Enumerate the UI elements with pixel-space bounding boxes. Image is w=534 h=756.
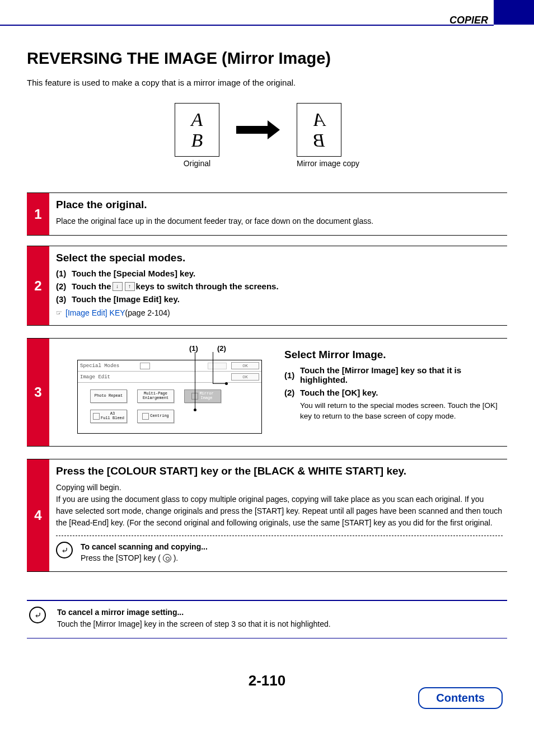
- step2-item-2: (2) Touch the ↓ ↑ keys to switch through…: [56, 281, 503, 291]
- step2-item-1: (1) Touch the [Special Modes] key.: [56, 269, 503, 278]
- multipage-button[interactable]: Multi-Page Enlargement: [137, 389, 174, 403]
- panel-special-modes: Special Modes: [80, 363, 138, 369]
- centring-button[interactable]: Centring: [137, 410, 174, 423]
- intro-text: This feature is used to make a copy that…: [27, 78, 507, 87]
- step3-item-2: (2) Touch the [OK] key.: [284, 388, 503, 397]
- cancel-scan-info: ⤶ To cancel scanning and copying... Pres…: [56, 542, 503, 564]
- mirror-image-button[interactable]: Mirror Image: [184, 389, 221, 403]
- cancel-info-icon: ⤶: [29, 607, 46, 623]
- book-icon: [140, 363, 150, 369]
- step-2-heading: Select the special modes.: [56, 252, 503, 264]
- panel-image-edit: Image Edit: [80, 374, 229, 380]
- step3-item-2-desc: You will return to the special modes scr…: [300, 401, 503, 422]
- original-label: Original: [175, 159, 219, 168]
- step-3: 3 (1) (2) Special Modes: [27, 339, 507, 446]
- letter-a-mirror: A: [313, 109, 325, 130]
- stop-info-icon: ⤶: [56, 542, 73, 558]
- cancel-scan-text2: ).: [174, 553, 179, 562]
- reference-icon: ☞: [56, 309, 62, 317]
- step2-item-3: (3) Touch the [Image Edit] key.: [56, 294, 503, 304]
- step-1-text: Place the original face up in the docume…: [56, 215, 503, 227]
- step-4: 4 Press the [COLOUR START] key or the [B…: [27, 459, 507, 571]
- panel-spacer: [208, 363, 227, 369]
- a3-fullbleed-button[interactable]: A3 Full Bleed: [90, 410, 127, 423]
- page-title: REVERSING THE IMAGE (Mirror Image): [27, 49, 507, 68]
- cancel-scan-title: To cancel scanning and copying...: [81, 542, 208, 551]
- step4-p2: If you are using the document glass to c…: [56, 494, 503, 529]
- ok-button-inner[interactable]: OK: [231, 373, 259, 381]
- step-3-heading: Select Mirror Image.: [284, 349, 503, 361]
- arrow-up-icon: ↑: [125, 282, 135, 291]
- letter-b: B: [191, 130, 203, 151]
- bleed-icon: [93, 413, 100, 420]
- step-2-number: 2: [27, 246, 49, 325]
- mirror-illustration: A B Original A B Mirror image copy: [27, 103, 507, 168]
- cancel-setting-box: ⤶ To cancel a mirror image setting... To…: [27, 600, 507, 638]
- callout-1: (1): [189, 344, 198, 353]
- image-edit-link[interactable]: [Image Edit] KEY: [65, 308, 125, 317]
- step-4-number: 4: [27, 459, 49, 571]
- arrow-icon: [236, 103, 280, 157]
- callout-2: (2): [217, 344, 226, 353]
- photo-repeat-button[interactable]: Photo Repeat: [90, 389, 127, 403]
- step-4-heading: Press the [COLOUR START] key or the [BLA…: [56, 465, 503, 477]
- contents-button[interactable]: Contents: [418, 687, 503, 709]
- arrow-down-icon: ↓: [113, 282, 123, 291]
- header-color-block: [494, 0, 534, 25]
- header-underline: [0, 25, 494, 26]
- step-2: 2 Select the special modes. (1) Touch th…: [27, 246, 507, 325]
- cancel-scan-text: Press the [STOP] key (: [81, 553, 161, 562]
- touch-panel-illustration: (1) (2) Special Modes OK: [77, 349, 262, 434]
- mirror-label: Mirror image copy: [297, 159, 359, 168]
- stop-key-icon: [163, 554, 171, 562]
- step4-p1: Copying will begin.: [56, 482, 503, 494]
- step3-item-1: (1) Touch the [Mirror Image] key so that…: [284, 365, 503, 384]
- step-1-number: 1: [27, 193, 49, 235]
- cancel-box-text: Touch the [Mirror Image] key in the scre…: [57, 619, 331, 628]
- step-1: 1 Place the original. Place the original…: [27, 193, 507, 235]
- reference-line: ☞ [Image Edit] KEY (page 2-104): [56, 308, 503, 317]
- centring-icon: [142, 413, 149, 420]
- page-header: COPIER: [0, 0, 534, 29]
- original-doc: A B Original: [175, 103, 219, 168]
- ok-button-outer[interactable]: OK: [231, 362, 259, 369]
- step-3-number: 3: [27, 339, 49, 446]
- letter-a: A: [191, 109, 203, 130]
- mirror-doc: A B Mirror image copy: [297, 103, 359, 168]
- cancel-box-title: To cancel a mirror image setting...: [57, 608, 184, 617]
- step-1-heading: Place the original.: [56, 199, 503, 211]
- letter-b-mirror: B: [313, 130, 325, 151]
